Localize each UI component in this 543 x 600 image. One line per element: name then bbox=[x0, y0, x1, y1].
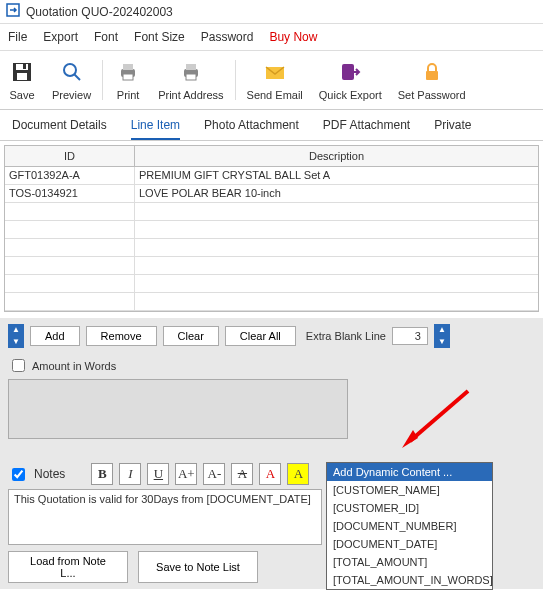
svg-rect-3 bbox=[17, 73, 27, 80]
extra-blank-input[interactable]: 3 bbox=[392, 327, 428, 345]
amount-in-words-checkbox[interactable] bbox=[12, 359, 25, 372]
print-button[interactable]: Print bbox=[106, 56, 150, 104]
bold-button[interactable]: B bbox=[91, 463, 113, 485]
highlight-button[interactable]: A bbox=[287, 463, 309, 485]
svg-rect-2 bbox=[16, 64, 28, 70]
menu-file[interactable]: File bbox=[8, 30, 27, 44]
menu-password[interactable]: Password bbox=[201, 30, 254, 44]
send-email-button[interactable]: Send Email bbox=[239, 56, 311, 104]
blank-spinner[interactable]: ▲ ▼ bbox=[434, 324, 450, 348]
svg-rect-11 bbox=[186, 64, 196, 70]
menu-buynow[interactable]: Buy Now bbox=[269, 30, 317, 44]
underline-button[interactable]: U bbox=[147, 463, 169, 485]
tab-document-details[interactable]: Document Details bbox=[12, 118, 107, 140]
fontcolor-button[interactable]: A bbox=[259, 463, 281, 485]
clear-button[interactable]: Clear bbox=[163, 326, 219, 346]
table-row[interactable] bbox=[5, 293, 538, 311]
window-title: Quotation QUO-202402003 bbox=[26, 5, 173, 19]
menu-font[interactable]: Font bbox=[94, 30, 118, 44]
remove-button[interactable]: Remove bbox=[86, 326, 157, 346]
amount-in-words-label: Amount in Words bbox=[32, 360, 116, 372]
italic-button[interactable]: I bbox=[119, 463, 141, 485]
titlebar: Quotation QUO-202402003 bbox=[0, 0, 543, 24]
preview-button[interactable]: Preview bbox=[44, 56, 99, 104]
amount-in-words-box bbox=[8, 379, 348, 439]
envelope-icon bbox=[264, 59, 286, 85]
row-spinner[interactable]: ▲ ▼ bbox=[8, 324, 24, 348]
printer-icon bbox=[180, 59, 202, 85]
dropdown-option[interactable]: [CUSTOMER_NAME] bbox=[327, 481, 492, 499]
svg-rect-15 bbox=[426, 71, 438, 80]
quick-export-button[interactable]: Quick Export bbox=[311, 56, 390, 104]
dropdown-option[interactable]: Add Dynamic Content ... bbox=[327, 463, 492, 481]
tab-private[interactable]: Private bbox=[434, 118, 471, 140]
spin-up-icon[interactable]: ▲ bbox=[8, 324, 24, 336]
menu-export[interactable]: Export bbox=[43, 30, 78, 44]
save-note-button[interactable]: Save to Note List bbox=[138, 551, 258, 583]
header-id: ID bbox=[5, 146, 135, 166]
svg-marker-17 bbox=[402, 430, 418, 448]
tabs: Document Details Line Item Photo Attachm… bbox=[0, 110, 543, 141]
svg-line-6 bbox=[74, 74, 80, 80]
dynamic-content-dropdown[interactable]: Add Dynamic Content ... [CUSTOMER_NAME] … bbox=[326, 462, 493, 590]
table-row[interactable] bbox=[5, 239, 538, 257]
set-password-button[interactable]: Set Password bbox=[390, 56, 474, 104]
table-row[interactable] bbox=[5, 275, 538, 293]
export-icon bbox=[339, 59, 361, 85]
dropdown-option[interactable]: [DOCUMENT_DATE] bbox=[327, 535, 492, 553]
menu-fontsize[interactable]: Font Size bbox=[134, 30, 185, 44]
floppy-icon bbox=[11, 59, 33, 85]
print-address-button[interactable]: Print Address bbox=[150, 56, 231, 104]
tab-line-item[interactable]: Line Item bbox=[131, 118, 180, 140]
spin-up-icon[interactable]: ▲ bbox=[434, 324, 450, 336]
header-desc: Description bbox=[135, 146, 538, 166]
svg-rect-4 bbox=[23, 64, 26, 69]
notes-textarea[interactable]: This Quotation is valid for 30Days from … bbox=[8, 489, 322, 545]
load-note-button[interactable]: Load from Note L... bbox=[8, 551, 128, 583]
line-item-table: ID Description GFT01392A-A PREMIUM GIFT … bbox=[4, 145, 539, 312]
annotation-arrow bbox=[398, 386, 478, 456]
app-icon bbox=[6, 3, 20, 20]
notes-label: Notes bbox=[34, 467, 65, 481]
table-row[interactable] bbox=[5, 221, 538, 239]
table-row[interactable]: TOS-0134921 LOVE POLAR BEAR 10-inch bbox=[5, 185, 538, 203]
add-button[interactable]: Add bbox=[30, 326, 80, 346]
dropdown-option[interactable]: [TOTAL_AMOUNT_IN_WORDS] bbox=[327, 571, 492, 589]
table-row[interactable]: GFT01392A-A PREMIUM GIFT CRYSTAL BALL Se… bbox=[5, 167, 538, 185]
toolbar: Save Preview Print Print Address Send Em… bbox=[0, 51, 543, 110]
tab-photo[interactable]: Photo Attachment bbox=[204, 118, 299, 140]
lock-icon bbox=[421, 59, 443, 85]
tab-pdf[interactable]: PDF Attachment bbox=[323, 118, 410, 140]
strike-button[interactable]: A bbox=[231, 463, 253, 485]
svg-rect-9 bbox=[123, 74, 133, 80]
font-decrease-button[interactable]: A- bbox=[203, 463, 225, 485]
clearall-button[interactable]: Clear All bbox=[225, 326, 296, 346]
table-row[interactable] bbox=[5, 203, 538, 221]
extra-blank-label: Extra Blank Line bbox=[306, 330, 386, 342]
table-row[interactable] bbox=[5, 257, 538, 275]
spin-down-icon[interactable]: ▼ bbox=[434, 336, 450, 348]
dropdown-option[interactable]: [CUSTOMER_ID] bbox=[327, 499, 492, 517]
menubar: File Export Font Font Size Password Buy … bbox=[0, 24, 543, 51]
spin-down-icon[interactable]: ▼ bbox=[8, 336, 24, 348]
dropdown-option[interactable]: [DOCUMENT_NUMBER] bbox=[327, 517, 492, 535]
svg-rect-8 bbox=[123, 64, 133, 70]
printer-icon bbox=[117, 59, 139, 85]
save-button[interactable]: Save bbox=[0, 56, 44, 104]
notes-checkbox[interactable] bbox=[12, 468, 25, 481]
dropdown-option[interactable]: [TOTAL_AMOUNT] bbox=[327, 553, 492, 571]
svg-rect-12 bbox=[186, 74, 196, 80]
svg-line-16 bbox=[410, 391, 468, 441]
font-increase-button[interactable]: A+ bbox=[175, 463, 197, 485]
magnifier-icon bbox=[61, 59, 83, 85]
